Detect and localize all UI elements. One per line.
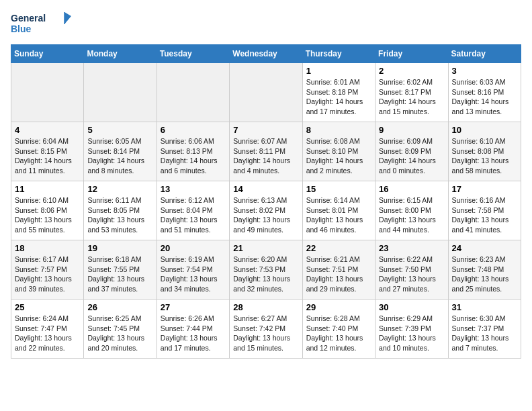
calendar-cell: 27Sunrise: 6:26 AMSunset: 7:44 PMDayligh… <box>157 300 229 359</box>
calendar-cell: 19Sunrise: 6:18 AMSunset: 7:55 PMDayligh… <box>84 240 157 300</box>
day-number: 27 <box>161 302 226 312</box>
day-info: Sunrise: 6:14 AMSunset: 8:01 PMDaylight:… <box>306 195 371 235</box>
day-number: 15 <box>306 184 371 194</box>
day-info: Sunrise: 6:29 AMSunset: 7:39 PMDaylight:… <box>379 314 444 353</box>
calendar-cell: 20Sunrise: 6:19 AMSunset: 7:54 PMDayligh… <box>157 240 229 300</box>
calendar-cell: 28Sunrise: 6:27 AMSunset: 7:42 PMDayligh… <box>230 300 302 359</box>
day-info: Sunrise: 6:12 AMSunset: 8:04 PMDaylight:… <box>161 195 226 235</box>
calendar-cell: 31Sunrise: 6:30 AMSunset: 7:37 PMDayligh… <box>448 300 521 359</box>
day-number: 7 <box>233 125 298 135</box>
calendar-cell: 6Sunrise: 6:06 AMSunset: 8:13 PMDaylight… <box>157 122 229 181</box>
day-info: Sunrise: 6:25 AMSunset: 7:45 PMDaylight:… <box>87 314 152 353</box>
calendar-cell: 16Sunrise: 6:15 AMSunset: 8:00 PMDayligh… <box>375 181 448 240</box>
calendar-cell: 4Sunrise: 6:04 AMSunset: 8:15 PMDaylight… <box>11 122 84 181</box>
calendar-cell: 2Sunrise: 6:02 AMSunset: 8:17 PMDaylight… <box>375 63 448 122</box>
day-number: 20 <box>161 243 226 253</box>
calendar-cell: 12Sunrise: 6:11 AMSunset: 8:05 PMDayligh… <box>84 181 157 240</box>
day-number: 8 <box>306 125 371 135</box>
calendar-cell: 25Sunrise: 6:24 AMSunset: 7:47 PMDayligh… <box>11 300 84 359</box>
day-info: Sunrise: 6:19 AMSunset: 7:54 PMDaylight:… <box>161 255 226 294</box>
calendar-week-4: 18Sunrise: 6:17 AMSunset: 7:57 PMDayligh… <box>11 240 521 300</box>
day-number: 10 <box>452 125 517 135</box>
day-number: 13 <box>161 184 226 194</box>
calendar-cell: 5Sunrise: 6:05 AMSunset: 8:14 PMDaylight… <box>84 122 157 181</box>
calendar-header-row: SundayMondayTuesdayWednesdayThursdayFrid… <box>11 45 521 63</box>
calendar-cell: 18Sunrise: 6:17 AMSunset: 7:57 PMDayligh… <box>11 240 84 300</box>
calendar-cell: 30Sunrise: 6:29 AMSunset: 7:39 PMDayligh… <box>375 300 448 359</box>
day-info: Sunrise: 6:24 AMSunset: 7:47 PMDaylight:… <box>15 314 80 353</box>
header-wednesday: Wednesday <box>230 45 302 63</box>
day-number: 24 <box>452 243 517 253</box>
day-number: 3 <box>452 66 517 76</box>
calendar-cell: 15Sunrise: 6:14 AMSunset: 8:01 PMDayligh… <box>302 181 375 240</box>
day-info: Sunrise: 6:15 AMSunset: 8:00 PMDaylight:… <box>379 195 444 235</box>
day-info: Sunrise: 6:13 AMSunset: 8:02 PMDaylight:… <box>233 195 298 235</box>
calendar-cell: 8Sunrise: 6:08 AMSunset: 8:10 PMDaylight… <box>302 122 375 181</box>
day-number: 26 <box>87 302 152 312</box>
calendar-cell: 13Sunrise: 6:12 AMSunset: 8:04 PMDayligh… <box>157 181 229 240</box>
day-number: 25 <box>15 302 80 312</box>
day-info: Sunrise: 6:22 AMSunset: 7:50 PMDaylight:… <box>379 255 444 294</box>
day-info: Sunrise: 6:06 AMSunset: 8:13 PMDaylight:… <box>161 136 226 176</box>
day-info: Sunrise: 6:07 AMSunset: 8:11 PMDaylight:… <box>233 136 298 176</box>
header-tuesday: Tuesday <box>157 45 229 63</box>
calendar-week-2: 4Sunrise: 6:04 AMSunset: 8:15 PMDaylight… <box>11 122 521 181</box>
day-number: 12 <box>87 184 152 194</box>
day-info: Sunrise: 6:10 AMSunset: 8:06 PMDaylight:… <box>15 195 80 235</box>
day-info: Sunrise: 6:18 AMSunset: 7:55 PMDaylight:… <box>87 255 152 294</box>
calendar-cell: 3Sunrise: 6:03 AMSunset: 8:16 PMDaylight… <box>448 63 521 122</box>
svg-text:Blue: Blue <box>11 24 32 34</box>
day-info: Sunrise: 6:30 AMSunset: 7:37 PMDaylight:… <box>452 314 517 353</box>
day-info: Sunrise: 6:09 AMSunset: 8:09 PMDaylight:… <box>379 136 444 176</box>
calendar-week-1: 1Sunrise: 6:01 AMSunset: 8:18 PMDaylight… <box>11 63 521 122</box>
day-number: 4 <box>15 125 80 135</box>
day-number: 29 <box>306 302 371 312</box>
day-number: 16 <box>379 184 444 194</box>
day-number: 11 <box>15 184 80 194</box>
day-info: Sunrise: 6:21 AMSunset: 7:51 PMDaylight:… <box>306 255 371 294</box>
day-info: Sunrise: 6:16 AMSunset: 7:58 PMDaylight:… <box>452 195 517 235</box>
svg-text:General: General <box>11 13 46 24</box>
header-saturday: Saturday <box>448 45 521 63</box>
day-number: 19 <box>87 243 152 253</box>
calendar-week-5: 25Sunrise: 6:24 AMSunset: 7:47 PMDayligh… <box>11 300 521 359</box>
calendar-cell: 24Sunrise: 6:23 AMSunset: 7:48 PMDayligh… <box>448 240 521 300</box>
day-info: Sunrise: 6:17 AMSunset: 7:57 PMDaylight:… <box>15 255 80 294</box>
day-info: Sunrise: 6:01 AMSunset: 8:18 PMDaylight:… <box>306 77 371 117</box>
header-sunday: Sunday <box>11 45 84 63</box>
svg-marker-2 <box>64 12 71 24</box>
day-number: 17 <box>452 184 517 194</box>
day-info: Sunrise: 6:08 AMSunset: 8:10 PMDaylight:… <box>306 136 371 176</box>
day-info: Sunrise: 6:23 AMSunset: 7:48 PMDaylight:… <box>452 255 517 294</box>
day-number: 1 <box>306 66 371 76</box>
day-info: Sunrise: 6:10 AMSunset: 8:08 PMDaylight:… <box>452 136 517 176</box>
calendar-cell: 21Sunrise: 6:20 AMSunset: 7:53 PMDayligh… <box>230 240 302 300</box>
day-info: Sunrise: 6:27 AMSunset: 7:42 PMDaylight:… <box>233 314 298 353</box>
calendar-cell: 22Sunrise: 6:21 AMSunset: 7:51 PMDayligh… <box>302 240 375 300</box>
day-info: Sunrise: 6:20 AMSunset: 7:53 PMDaylight:… <box>233 255 298 294</box>
calendar-cell: 26Sunrise: 6:25 AMSunset: 7:45 PMDayligh… <box>84 300 157 359</box>
calendar-cell: 29Sunrise: 6:28 AMSunset: 7:40 PMDayligh… <box>302 300 375 359</box>
day-number: 14 <box>233 184 298 194</box>
page-header: General Blue <box>11 11 521 39</box>
calendar-cell <box>230 63 302 122</box>
calendar-table: SundayMondayTuesdayWednesdayThursdayFrid… <box>11 44 521 359</box>
header-friday: Friday <box>375 45 448 63</box>
calendar-cell: 17Sunrise: 6:16 AMSunset: 7:58 PMDayligh… <box>448 181 521 240</box>
calendar-cell: 10Sunrise: 6:10 AMSunset: 8:08 PMDayligh… <box>448 122 521 181</box>
day-number: 21 <box>233 243 298 253</box>
header-thursday: Thursday <box>302 45 375 63</box>
calendar-cell: 14Sunrise: 6:13 AMSunset: 8:02 PMDayligh… <box>230 181 302 240</box>
day-info: Sunrise: 6:03 AMSunset: 8:16 PMDaylight:… <box>452 77 517 117</box>
day-number: 31 <box>452 302 517 312</box>
calendar-cell: 23Sunrise: 6:22 AMSunset: 7:50 PMDayligh… <box>375 240 448 300</box>
day-info: Sunrise: 6:05 AMSunset: 8:14 PMDaylight:… <box>87 136 152 176</box>
day-info: Sunrise: 6:11 AMSunset: 8:05 PMDaylight:… <box>87 195 152 235</box>
calendar-cell <box>11 63 84 122</box>
day-number: 18 <box>15 243 80 253</box>
day-number: 6 <box>161 125 226 135</box>
day-number: 9 <box>379 125 444 135</box>
logo-svg: General Blue <box>11 11 71 39</box>
day-number: 22 <box>306 243 371 253</box>
day-number: 2 <box>379 66 444 76</box>
